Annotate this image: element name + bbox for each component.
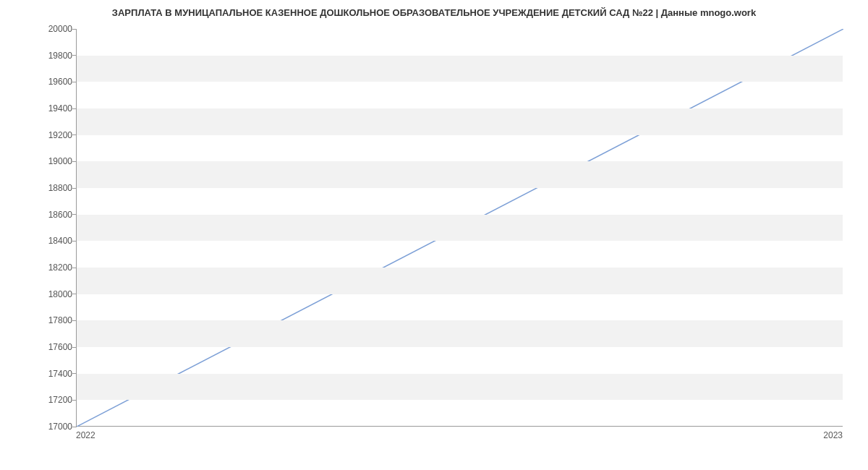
y-tick-label-3: 17600: [7, 342, 72, 352]
y-tick-label-2: 17400: [7, 369, 72, 379]
grid-band: [77, 268, 843, 294]
chart-title: ЗАРПЛАТА В МУНИЦАПАЛЬНОЕ КАЗЕННОЕ ДОШКОЛ…: [0, 7, 868, 18]
y-tick-mark: [72, 134, 77, 135]
grid-band: [77, 215, 843, 242]
grid-band: [77, 374, 843, 401]
y-tick-label-6: 18200: [7, 262, 72, 273]
y-tick-label-5: 18000: [7, 289, 72, 299]
y-tick-label-8: 18600: [7, 210, 72, 220]
grid-band: [77, 108, 843, 135]
y-tick-mark: [72, 400, 77, 401]
y-tick-label-11: 19200: [7, 130, 72, 140]
y-tick-mark: [72, 241, 77, 242]
y-tick-mark: [72, 82, 77, 82]
x-tick-0: 2022: [76, 430, 95, 440]
y-tick-label-0: 17000: [7, 422, 72, 432]
grid-band: [77, 161, 843, 188]
y-tick-mark: [72, 427, 77, 427]
y-tick-label-7: 18400: [7, 236, 72, 246]
y-tick-label-1: 17200: [7, 395, 72, 405]
y-tick-label-10: 19000: [7, 156, 72, 166]
y-tick-mark: [72, 55, 77, 56]
x-tick-1: 2023: [823, 430, 843, 440]
plot-area: [76, 29, 843, 427]
y-tick-mark: [72, 294, 77, 294]
y-tick-label-12: 19400: [7, 103, 72, 114]
y-tick-label-13: 19600: [7, 77, 72, 87]
y-tick-label-15: 20000: [7, 24, 72, 34]
y-tick-mark: [72, 214, 77, 215]
chart-container: ЗАРПЛАТА В МУНИЦАПАЛЬНОЕ КАЗЕННОЕ ДОШКОЛ…: [0, 0, 868, 470]
grid-band: [77, 320, 843, 347]
y-tick-label-14: 19800: [7, 51, 72, 61]
y-tick-mark: [72, 29, 77, 30]
y-tick-mark: [72, 268, 77, 268]
y-tick-mark: [72, 320, 77, 321]
y-tick-mark: [72, 373, 77, 374]
y-tick-mark: [72, 108, 77, 109]
y-tick-label-9: 18800: [7, 183, 72, 193]
y-tick-mark: [72, 347, 77, 348]
y-tick-mark: [72, 188, 77, 189]
grid-band: [77, 56, 843, 82]
y-tick-label-4: 17800: [7, 315, 72, 325]
y-tick-mark: [72, 161, 77, 162]
